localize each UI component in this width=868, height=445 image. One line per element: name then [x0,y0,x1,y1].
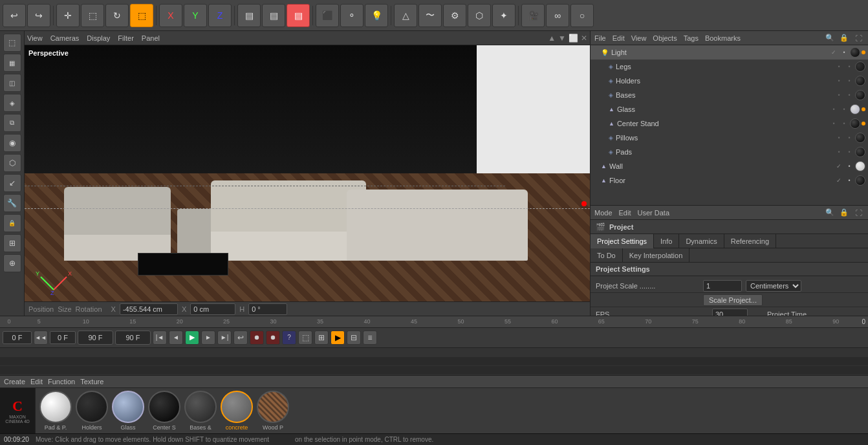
bookmarks-menu[interactable]: Bookmarks [705,34,741,42]
pillows-vis[interactable]: • [834,133,843,142]
object-row-wall[interactable]: ▲ Wall ✓ • [591,159,868,173]
subtab-keyinterpolation[interactable]: Key Interpolation [623,248,690,263]
object-row-light[interactable]: 💡 Light ✓ • [591,45,868,60]
render-btn2[interactable]: ▤ [262,4,285,27]
record-btn[interactable]: ⏺ [250,331,264,345]
select-button[interactable]: ⬚ [130,4,153,27]
wall-vis[interactable]: ✓ [834,162,843,171]
offset-frame-input[interactable] [50,331,76,344]
filter-menu[interactable]: Filter [118,34,133,42]
mat-item-bases[interactable]: Bases & [184,391,217,431]
deform-btn[interactable]: ⚙ [443,4,466,27]
left-btn-uv[interactable]: ⧉ [3,114,21,132]
cameras-menu[interactable]: Cameras [50,34,80,42]
light2-btn[interactable]: ○ [570,4,594,27]
edit-menu-props[interactable]: Edit [619,209,631,217]
current-frame-input[interactable] [3,331,32,344]
viewport-icon4[interactable]: ✕ [581,34,587,43]
glass-eye[interactable]: • [840,105,849,114]
left-btn-texture[interactable]: ◫ [3,74,21,92]
props-search-icon[interactable]: 🔍 [824,207,836,219]
display-menu[interactable]: Display [87,34,110,42]
view-menu-objects[interactable]: View [631,34,647,42]
mat-item-glass[interactable]: Glass [112,391,144,431]
scale-box-button[interactable]: ⬚ [81,4,104,27]
scale-project-button[interactable]: Scale Project... [703,294,763,306]
userdata-menu[interactable]: User Data [638,209,670,217]
object-row-centerstand[interactable]: ▲ Center Stand • • [591,116,868,131]
subtab-todo[interactable]: To Do [591,248,623,263]
viewport-icon1[interactable]: ▲ [548,34,556,43]
frame-back-btn[interactable]: ◄◄ [34,331,48,345]
pillows-eye[interactable]: • [845,133,854,142]
render-btn1[interactable]: ▤ [237,4,261,27]
left-btn-grid[interactable]: ⊞ [3,234,21,252]
y-axis-button[interactable]: Y [184,4,207,27]
tab-project-settings[interactable]: Project Settings [591,234,654,248]
floor-eye[interactable]: • [845,176,854,185]
auto-record-btn[interactable]: ⏺ [266,331,280,345]
h-input[interactable] [248,303,287,315]
step-back-btn[interactable]: ◄ [169,331,183,345]
goto-end-btn[interactable]: ►| [217,331,232,345]
mat-item-wood[interactable]: Wood P [257,391,289,431]
fps-input[interactable] [712,309,748,316]
left-btn-magnet[interactable]: 🔧 [3,194,21,212]
step-fwd-btn[interactable]: ► [201,331,215,345]
sphere-btn[interactable]: ⚬ [340,4,363,27]
centerstand-eye[interactable]: • [840,119,849,128]
rotate-button[interactable]: ↻ [105,4,129,27]
object-row-glass[interactable]: ▲ Glass • • [591,102,868,116]
mat-item-padp[interactable]: Pad & P. [39,391,72,431]
render-btn3[interactable]: ▤ [287,4,310,27]
effector-btn[interactable]: ✦ [492,4,515,27]
tab-dynamics[interactable]: Dynamics [679,234,724,248]
polygon-btn[interactable]: △ [394,4,417,27]
holders-eye[interactable]: • [845,76,854,85]
pads-vis[interactable]: • [834,147,843,157]
left-btn-box[interactable]: ⬡ [3,154,21,172]
mat-item-centers[interactable]: Center S [148,391,180,431]
texture-menu[interactable]: Texture [80,378,103,385]
tab-info[interactable]: Info [654,234,679,248]
undo-button[interactable]: ↩ [3,4,26,27]
tags-menu[interactable]: Tags [684,34,699,42]
infinite-btn[interactable]: ∞ [546,4,569,27]
function-menu[interactable]: Function [48,378,75,385]
spline-btn[interactable]: 〜 [418,4,442,27]
wall-eye[interactable]: • [845,162,854,171]
play-btn[interactable]: ▶ [185,331,199,345]
mat-item-concrete[interactable]: concrete [221,391,253,431]
grid-btn2[interactable]: ⊟ [347,331,361,345]
objects-menu[interactable]: Objects [653,34,677,42]
redo-button[interactable]: ↪ [27,4,50,27]
move-tool-button[interactable]: ✛ [56,4,80,27]
info-btn[interactable]: ? [282,331,296,345]
goto-start-btn[interactable]: |◄ [153,331,167,345]
loop-btn[interactable]: ↩ [233,331,248,345]
left-btn-arrow[interactable]: ↙ [3,174,21,192]
lock-icon[interactable]: 🔒 [838,32,850,44]
left-btn-snap[interactable]: ⊕ [3,254,21,272]
viewport-icon3[interactable]: ⬜ [569,34,578,43]
edit-menu-mat[interactable]: Edit [30,378,43,385]
centerstand-vis[interactable]: • [829,119,838,128]
left-btn-checkerboard[interactable]: ▦ [3,54,21,72]
create-menu[interactable]: Create [4,378,25,385]
cube-btn[interactable]: ⬛ [316,4,339,27]
left-btn-sculpt[interactable]: ◉ [3,134,21,152]
glass-vis[interactable]: • [829,105,838,114]
y-input[interactable] [190,303,235,315]
mode-menu[interactable]: Mode [594,209,613,217]
light-vis[interactable]: ✓ [829,48,838,57]
x-input[interactable] [120,303,178,315]
left-btn-lock[interactable]: 🔒 [3,214,21,232]
panel-menu[interactable]: Panel [142,34,160,42]
viewport-icon2[interactable]: ▼ [558,34,566,43]
legs-eye[interactable]: • [845,62,854,71]
props-lock-icon[interactable]: 🔒 [838,207,850,219]
props-expand-icon[interactable]: ⛶ [852,207,864,219]
camera-btn[interactable]: 🎥 [521,4,545,27]
z-axis-button[interactable]: Z [208,4,232,27]
bases-eye[interactable]: • [845,91,854,100]
